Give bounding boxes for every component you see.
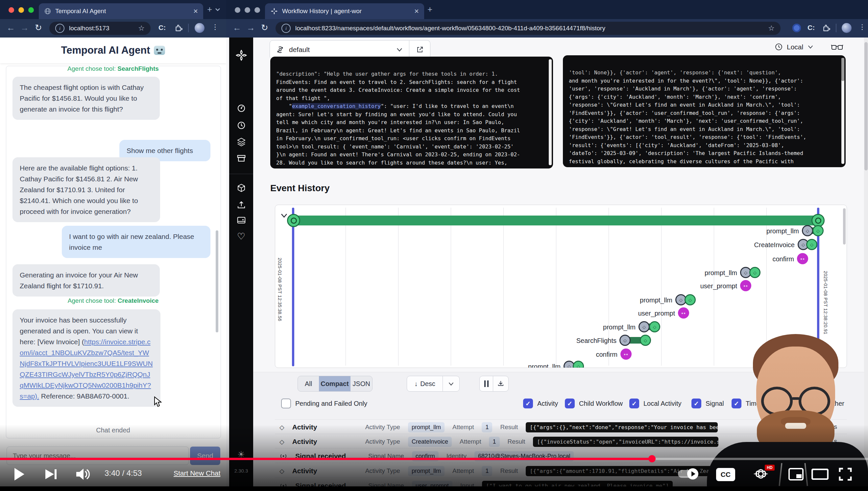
external-link-icon: [416, 46, 424, 54]
filter-activity[interactable]: ✓ Activity: [523, 399, 558, 408]
invoice-link[interactable]: https://invoice.stripe.com/i/acct_1NBOLu…: [20, 338, 153, 400]
player-progress-bar[interactable]: [0, 458, 868, 460]
activity-completed-marker[interactable]: ◇: [749, 267, 761, 278]
start-new-chat-link[interactable]: Start New Chat: [174, 469, 220, 477]
zoom-window-button[interactable]: [254, 7, 260, 13]
activity-scheduled-marker[interactable]: ◇: [802, 225, 813, 236]
activity-completed-marker[interactable]: ◇: [649, 321, 660, 333]
workflow-span-bar[interactable]: [293, 215, 818, 225]
play-button[interactable]: [14, 468, 24, 481]
view-json-tab[interactable]: JSON: [350, 376, 372, 391]
collapse-timeline-chevron-icon[interactable]: [280, 213, 288, 218]
profile-avatar[interactable]: [195, 23, 205, 33]
site-info-icon[interactable]: i: [281, 24, 291, 33]
volume-button[interactable]: [75, 467, 90, 483]
checkbox-checked[interactable]: ✓: [565, 399, 575, 408]
checkbox-checked[interactable]: ✓: [691, 399, 701, 408]
reload-button[interactable]: ↻: [261, 23, 268, 33]
browser-menu-icon[interactable]: ⋮: [859, 23, 866, 31]
onepassword-extension-icon[interactable]: [793, 24, 801, 32]
close-tab-icon[interactable]: ×: [193, 7, 198, 16]
back-button[interactable]: ←: [233, 23, 241, 33]
signal-marker[interactable]: ●●: [797, 253, 808, 264]
miniplayer-button[interactable]: [788, 468, 804, 482]
minimize-window-button[interactable]: [19, 7, 24, 13]
activity-completed-marker[interactable]: ◇: [640, 335, 651, 346]
timeline-scrollbar[interactable]: [843, 208, 846, 244]
zoom-window-button[interactable]: [28, 7, 34, 13]
layers-icon[interactable]: [229, 137, 253, 148]
temporal-logo-icon[interactable]: [229, 49, 253, 62]
extensions-puzzle-icon[interactable]: [174, 24, 183, 32]
schedules-icon[interactable]: [229, 120, 253, 132]
sort-menu-chevron[interactable]: [443, 376, 459, 391]
bookmark-star-icon[interactable]: ☆: [138, 24, 145, 33]
signal-marker[interactable]: ●●: [740, 280, 751, 291]
sort-desc-button[interactable]: ↓Desc: [407, 376, 442, 391]
signal-marker[interactable]: ●●: [678, 307, 689, 319]
workflow-start-marker[interactable]: [287, 214, 300, 227]
activity-scheduled-marker[interactable]: ◇: [619, 335, 631, 346]
filter-child-workflow[interactable]: ✓ Child Workflow: [565, 399, 623, 408]
autoplay-knob: [687, 468, 699, 480]
extension-c-icon[interactable]: C:: [158, 24, 166, 32]
profile-avatar[interactable]: [842, 23, 851, 33]
input-payload-panel[interactable]: "description": "Help the user gather arg…: [270, 57, 553, 169]
forward-button[interactable]: →: [247, 23, 255, 33]
chat-scrollbar[interactable]: [216, 230, 218, 333]
new-tab-button[interactable]: +: [427, 4, 432, 15]
forward-button[interactable]: →: [20, 23, 29, 33]
checkbox-checked[interactable]: ✓: [523, 399, 533, 408]
activity-completed-marker[interactable]: ◇: [573, 361, 584, 368]
back-button[interactable]: ←: [7, 23, 15, 33]
timezone-select[interactable]: Local: [775, 43, 814, 51]
address-bar[interactable]: i localhost:5173 ☆: [49, 22, 151, 35]
fullscreen-button[interactable]: [838, 467, 852, 483]
import-icon[interactable]: [229, 200, 253, 211]
view-compact-tab[interactable]: Compact: [319, 376, 350, 391]
pause-updates-button[interactable]: [480, 376, 493, 391]
extension-c-icon[interactable]: C:: [807, 24, 815, 32]
signal-marker[interactable]: ●●: [620, 348, 631, 360]
minimize-window-button[interactable]: [245, 7, 250, 13]
new-tab-button[interactable]: +: [207, 4, 212, 15]
close-window-button[interactable]: [8, 7, 14, 13]
next-button[interactable]: [45, 468, 58, 482]
labs-heart-icon[interactable]: ♡: [229, 231, 253, 242]
close-window-button[interactable]: [235, 7, 240, 13]
reader-glasses-icon[interactable]: [831, 44, 843, 53]
feedback-icon[interactable]: [229, 215, 253, 226]
activity-completed-marker[interactable]: ◇: [685, 294, 696, 306]
namespaces-icon[interactable]: [229, 183, 253, 194]
close-tab-icon[interactable]: ×: [414, 7, 419, 16]
workflows-icon[interactable]: [229, 103, 253, 115]
filter-local-activity[interactable]: ✓ Local Activity: [629, 399, 682, 408]
view-all-tab[interactable]: All: [298, 376, 319, 391]
tab-overflow-chevron-icon[interactable]: [214, 7, 221, 12]
theater-mode-button[interactable]: [811, 469, 829, 481]
activity-completed-marker[interactable]: ◇: [806, 239, 817, 250]
bookmark-star-icon[interactable]: ☆: [768, 24, 775, 33]
agent-message: Generating an invoice for your Air New Z…: [12, 264, 160, 296]
activity-scheduled-marker[interactable]: ◇: [639, 321, 650, 333]
download-history-button[interactable]: [493, 376, 508, 391]
panel-scrollbar[interactable]: [549, 59, 552, 165]
result-payload-panel[interactable]: 'tool': None}}, {'actor': 'agent', 'resp…: [563, 55, 846, 167]
activity-completed-marker[interactable]: ◇: [812, 225, 824, 236]
pending-failed-filter[interactable]: Pending and Failed Only: [281, 399, 367, 408]
address-bar[interactable]: i localhost:8233/namespaces/default/work…: [276, 22, 780, 35]
checkbox-unchecked[interactable]: [281, 399, 291, 408]
site-info-icon[interactable]: i: [55, 24, 64, 33]
browser-menu-icon[interactable]: ⋮: [212, 23, 219, 31]
checkbox-checked[interactable]: ✓: [629, 399, 639, 408]
extensions-puzzle-icon[interactable]: [822, 24, 831, 32]
autoplay-toggle[interactable]: [678, 470, 697, 478]
archive-icon[interactable]: [229, 153, 253, 165]
reload-button[interactable]: ↻: [35, 23, 42, 33]
captions-button[interactable]: CC: [716, 468, 735, 481]
page-scrollbar-thumb[interactable]: [864, 42, 868, 171]
panel-scroll-thumb[interactable]: [841, 58, 844, 81]
browser-tab[interactable]: Temporal AI Agent ×: [39, 3, 203, 19]
browser-tab[interactable]: Workflow History | agent-wor ×: [265, 3, 424, 19]
progress-scrubber[interactable]: [648, 455, 656, 462]
